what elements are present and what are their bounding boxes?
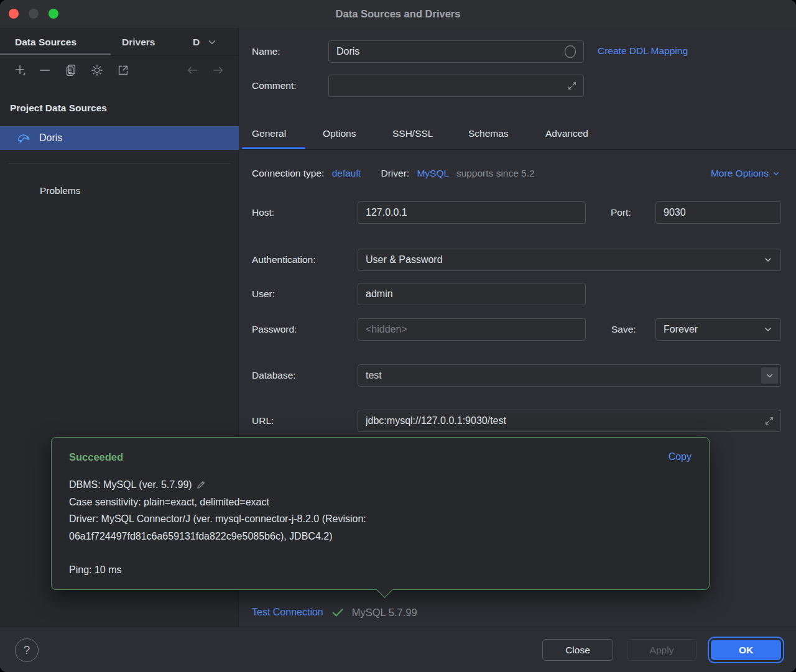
tree-separator [9, 163, 230, 164]
driver-note: supports since 5.2 [456, 168, 535, 178]
db-version-text: MySQL 5.7.99 [352, 607, 417, 619]
expand-icon[interactable] [567, 80, 578, 91]
popup-ping-line: Ping: 10 ms [69, 561, 691, 579]
help-question-icon: ? [24, 643, 30, 657]
sidebar-tab-data-sources[interactable]: Data Sources [15, 28, 76, 56]
popup-copy-link[interactable]: Copy [669, 451, 692, 463]
data-sources-dialog: Data Sources and Drivers Data Sources Dr… [0, 0, 796, 672]
expand-icon[interactable] [764, 415, 775, 426]
back-arrow-icon[interactable] [185, 63, 199, 77]
close-button[interactable]: Close [542, 639, 613, 661]
database-dropdown-button[interactable] [761, 367, 778, 384]
comment-input[interactable] [328, 75, 584, 97]
sidebar-tab-drivers[interactable]: Drivers [122, 28, 155, 56]
user-label: User: [252, 283, 275, 305]
chevron-down-icon [763, 255, 773, 265]
popup-case-line: Case sensitivity: plain=exact, delimited… [69, 494, 691, 511]
chevron-down-icon [765, 371, 774, 380]
data-source-label: Doris [39, 132, 62, 144]
problems-label: Problems [40, 185, 80, 196]
popup-driver-line-2: 06a1f724497fd81c6a659131fda822c9e5085b6c… [69, 528, 691, 545]
tab-general[interactable]: General [252, 118, 286, 149]
sidebar-tabs-chevron-down-icon[interactable] [206, 37, 218, 48]
host-label: Host: [252, 201, 274, 224]
forward-arrow-icon[interactable] [211, 63, 225, 77]
more-options-link[interactable]: More Options [711, 166, 781, 181]
duplicate-icon[interactable] [64, 63, 78, 77]
database-combo[interactable]: test [358, 364, 781, 387]
popup-status-text: Succeeded [69, 451, 123, 463]
user-input[interactable] [358, 283, 586, 305]
name-input[interactable] [328, 40, 584, 63]
password-label: Password: [252, 318, 297, 341]
mysql-dolphin-icon [16, 131, 31, 145]
driver-value-link[interactable]: MySQL [417, 168, 448, 178]
host-input[interactable] [358, 201, 586, 224]
connection-type-row: Connection type: default Driver: MySQL s… [252, 166, 535, 181]
port-input[interactable] [655, 201, 781, 224]
name-label: Name: [252, 40, 280, 63]
config-tabs: General Options SSH/SSL Schemas Advanced [239, 118, 796, 150]
apply-button[interactable]: Apply [627, 639, 696, 661]
tab-schemas[interactable]: Schemas [468, 118, 509, 149]
chevron-down-icon [763, 324, 773, 334]
edit-pencil-icon[interactable] [196, 479, 206, 490]
help-button[interactable]: ? [15, 638, 39, 662]
save-select[interactable]: Forever [655, 318, 781, 341]
popup-dbms-line: DBMS: MySQL (ver. 5.7.99) [69, 476, 691, 494]
ok-button[interactable]: OK [710, 639, 782, 661]
status-circle-icon [563, 44, 578, 59]
success-check-icon [331, 605, 345, 619]
project-data-sources-header: Project Data Sources [10, 103, 107, 114]
url-input[interactable] [358, 410, 781, 432]
title-bar: Data Sources and Drivers [0, 0, 796, 28]
tab-options[interactable]: Options [323, 118, 356, 149]
save-value: Forever [664, 324, 698, 335]
tabs-divider [239, 149, 796, 150]
password-input[interactable] [358, 318, 586, 341]
authentication-value: User & Password [366, 254, 443, 265]
comment-field-wrap [328, 75, 584, 97]
database-value: test [366, 370, 382, 380]
sidebar-tabs-divider [0, 55, 239, 56]
popup-body: DBMS: MySQL (ver. 5.7.99) Case sensitivi… [69, 476, 691, 579]
add-icon[interactable] [14, 63, 27, 77]
dialog-title: Data Sources and Drivers [0, 0, 796, 28]
database-label: Database: [252, 364, 296, 387]
driver-label: Driver: [381, 168, 410, 178]
connection-result-popup: Succeeded Copy DBMS: MySQL (ver. 5.7.99)… [51, 437, 710, 590]
data-source-item-doris[interactable]: Doris [0, 126, 239, 150]
port-label: Port: [611, 201, 631, 224]
url-label: URL: [252, 410, 274, 432]
create-ddl-mapping-link[interactable]: Create DDL Mapping [598, 45, 688, 57]
url-field-wrap [358, 410, 781, 432]
authentication-select[interactable]: User & Password [358, 249, 781, 271]
remove-icon[interactable] [38, 63, 52, 77]
dialog-footer: ? Close Apply OK [0, 627, 796, 672]
popup-driver-line-1: Driver: MySQL Connector/J (ver. mysql-co… [69, 510, 691, 528]
sidebar-item-problems[interactable]: Problems [0, 180, 239, 201]
save-label: Save: [611, 318, 636, 341]
name-field-wrap [328, 40, 584, 63]
authentication-label: Authentication: [252, 249, 316, 271]
connection-type-value-link[interactable]: default [332, 168, 361, 178]
sidebar-tab-truncated[interactable]: D [193, 28, 202, 56]
open-in-window-icon[interactable] [116, 63, 130, 77]
test-connection-row: Test Connection MySQL 5.7.99 [252, 598, 417, 627]
tab-ssh-ssl[interactable]: SSH/SSL [392, 118, 433, 149]
chevron-down-icon [771, 168, 781, 178]
tab-advanced[interactable]: Advanced [545, 118, 588, 149]
connection-type-label: Connection type: [252, 168, 324, 178]
comment-label: Comment: [252, 75, 297, 97]
test-connection-link[interactable]: Test Connection [252, 607, 323, 618]
gear-icon[interactable] [90, 63, 104, 77]
